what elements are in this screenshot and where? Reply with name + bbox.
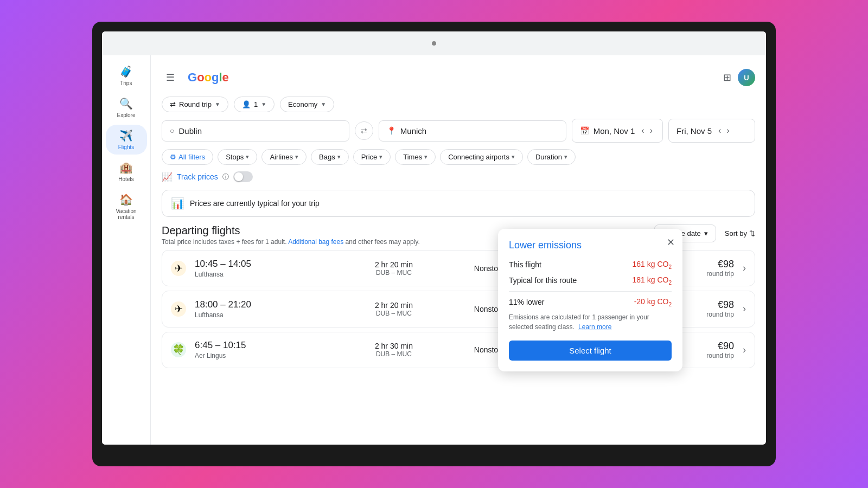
toggle-knob — [234, 172, 243, 181]
expand-flight-2[interactable]: › — [743, 303, 746, 314]
popup-row-this-flight: This flight 161 kg CO2 — [509, 260, 672, 270]
typical-route-label: Typical for this route — [509, 276, 577, 285]
track-info-icon[interactable]: ⓘ — [222, 172, 229, 182]
chevron-down-icon: ▾ — [704, 229, 708, 237]
top-nav: ☰ Google ⊞ U — [162, 63, 755, 92]
times-arrow: ▾ — [424, 153, 427, 160]
sidebar-item-flights[interactable]: ✈️ Flights — [106, 125, 147, 155]
sort-label: Sort by — [725, 229, 747, 237]
time-range-3: 6:45 – 10:15 — [195, 340, 337, 351]
filter-icon: ⚙ — [170, 153, 176, 161]
date-from-nav: ‹ › — [639, 125, 655, 137]
airlines-filter[interactable]: Airlines ▾ — [261, 149, 307, 165]
bags-filter[interactable]: Bags ▾ — [311, 149, 349, 165]
popup-row-typical: Typical for this route 181 kg CO2 — [509, 275, 672, 286]
sort-icon: ⇅ — [749, 229, 755, 237]
origin-field[interactable]: ○ — [162, 120, 349, 142]
date-from-next[interactable]: › — [648, 125, 655, 137]
airline-name-2: Lufthansa — [195, 311, 337, 319]
date-from-prev[interactable]: ‹ — [639, 125, 646, 137]
trip-type-arrow: ▼ — [215, 101, 220, 107]
swap-button[interactable]: ⇄ — [355, 121, 373, 140]
duration-arrow: ▾ — [564, 153, 567, 160]
explore-icon: 🔍 — [119, 97, 133, 110]
stops-filter[interactable]: Stops ▾ — [218, 149, 257, 165]
popup-title-colored: emissions — [538, 240, 582, 251]
flight-time-3: 6:45 – 10:15 Aer Lingus — [195, 340, 337, 359]
duration-value-3: 2 hr 30 min — [346, 342, 441, 350]
destination-input[interactable] — [400, 126, 558, 136]
apps-grid-icon[interactable]: ⊞ — [723, 72, 731, 84]
emissions-popup-card: ✕ Lower emissions This flight 161 kg CO2… — [498, 229, 682, 371]
airline-name-3: Aer Lingus — [195, 352, 337, 359]
expand-flight-3[interactable]: › — [743, 344, 746, 356]
camera-dot — [432, 41, 436, 46]
all-filters-label: All filters — [178, 153, 205, 161]
track-prices-label[interactable]: Track prices — [177, 172, 218, 181]
cabin-selector[interactable]: Economy ▼ — [280, 97, 334, 112]
destination-field[interactable]: 📍 — [379, 120, 566, 142]
times-filter[interactable]: Times ▾ — [395, 149, 436, 165]
times-label: Times — [403, 153, 422, 161]
route-2: DUB – MUC — [346, 310, 441, 317]
passengers-selector[interactable]: 👤 1 ▼ — [234, 97, 275, 112]
airlines-arrow: ▾ — [295, 153, 298, 160]
select-flight-button[interactable]: Select flight — [509, 341, 672, 361]
trip-type-selector[interactable]: ⇄ Round trip ▼ — [162, 97, 228, 112]
popup-description: Emissions are calculated for 1 passenger… — [509, 312, 672, 332]
departing-flights-subtitle: Total price includes taxes + fees for 1 … — [162, 238, 420, 246]
flight-duration-1: 2 hr 20 min DUB – MUC — [346, 260, 441, 277]
sidebar-item-label-trips: Trips — [120, 80, 132, 86]
date-to-next[interactable]: › — [724, 125, 731, 137]
sidebar-item-label-hotels: Hotels — [118, 176, 133, 182]
price-arrow: ▾ — [379, 153, 382, 160]
passenger-icon: 👤 — [242, 100, 251, 108]
destination-icon: 📍 — [387, 126, 396, 135]
time-range-2: 18:00 – 21:20 — [195, 299, 337, 310]
bags-label: Bags — [319, 153, 335, 161]
main-content: ☰ Google ⊞ U ⇄ Round trip ▼ — [151, 55, 766, 445]
flight-time-2: 18:00 – 21:20 Lufthansa — [195, 299, 337, 319]
price-notice-banner: 📊 Prices are currently typical for your … — [162, 190, 755, 217]
expand-flight-1[interactable]: › — [743, 262, 746, 274]
airline-name-1: Lufthansa — [195, 271, 337, 278]
departing-flights-title: Departing flights — [162, 224, 420, 237]
origin-input[interactable] — [178, 126, 341, 136]
cabin-arrow: ▼ — [321, 101, 326, 107]
flights-icon: ✈️ — [119, 129, 133, 142]
passengers-label: 1 — [254, 100, 258, 108]
date-to-field[interactable]: Fri, Nov 5 ‹ › — [668, 119, 755, 143]
sidebar-item-trips[interactable]: 🧳 Trips — [106, 61, 147, 91]
sort-by-button[interactable]: Sort by ⇅ — [725, 229, 755, 237]
duration-filter[interactable]: Duration ▾ — [527, 149, 576, 165]
popup-close-button[interactable]: ✕ — [667, 236, 675, 248]
additional-fees-link[interactable]: Additional bag fees — [288, 238, 343, 246]
this-flight-value: 161 kg CO2 — [633, 260, 672, 270]
connecting-airports-label: Connecting airports — [448, 153, 509, 161]
learn-more-link[interactable]: Learn more — [578, 323, 611, 331]
popup-divider — [509, 291, 672, 292]
sidebar-item-hotels[interactable]: 🏨 Hotels — [106, 157, 147, 187]
date-to-prev[interactable]: ‹ — [716, 125, 723, 137]
all-filters-btn[interactable]: ⚙ All filters — [162, 149, 213, 165]
sidebar-item-explore[interactable]: 🔍 Explore — [106, 93, 147, 123]
airline-logo-aerlingus: 🍀 — [171, 342, 186, 357]
hamburger-icon[interactable]: ☰ — [162, 67, 179, 88]
price-label: Price — [361, 153, 378, 161]
user-avatar[interactable]: U — [738, 69, 755, 86]
chart-icon: 📈 — [162, 172, 173, 182]
google-logo: Google — [188, 70, 229, 85]
flight-time-1: 10:45 – 14:05 Lufthansa — [195, 259, 337, 278]
date-to-text: Fri, Nov 5 — [676, 126, 712, 136]
popup-title: Lower emissions — [509, 240, 672, 251]
lower-label: 11% lower — [509, 298, 544, 306]
trip-type-icon: ⇄ — [170, 100, 176, 108]
price-filter[interactable]: Price ▾ — [353, 149, 391, 165]
date-from-field[interactable]: 📅 Mon, Nov 1 ‹ › — [572, 119, 663, 143]
nav-right: ⊞ U — [723, 69, 755, 86]
connecting-airports-filter[interactable]: Connecting airports ▾ — [440, 149, 523, 165]
track-prices-toggle[interactable] — [233, 171, 253, 182]
calendar-from-icon: 📅 — [580, 126, 589, 135]
sidebar-item-label-flights: Flights — [118, 144, 134, 150]
sidebar-item-vacation[interactable]: 🏠 Vacation rentals — [106, 189, 147, 224]
